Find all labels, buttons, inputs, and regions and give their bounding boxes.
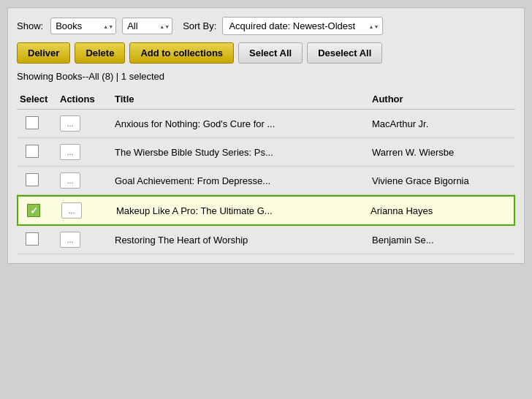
title-cell-1: The Wiersbe Bible Study Series: Ps... <box>112 145 369 159</box>
author-cell-3: Arianna Hayes <box>368 204 514 218</box>
author-cell-4: Benjamin Se... <box>369 233 515 247</box>
sort-label: Sort By: <box>183 20 216 31</box>
deselect-all-button[interactable]: Deselect All <box>307 42 382 64</box>
status-text: Showing Books--All (8) | 1 selected <box>17 71 164 82</box>
all-select[interactable]: All Unread Read <box>122 18 172 34</box>
table-header: Select Actions Title Author <box>17 89 515 110</box>
sort-select[interactable]: Acquired date: Newest-Oldest Acquired da… <box>222 17 383 35</box>
header-title: Title <box>112 92 369 106</box>
row-checkbox-4[interactable] <box>26 232 39 246</box>
title-cell-4: Restoring The Heart of Worship <box>112 233 369 247</box>
all-select-wrapper: All Unread Read <box>122 18 172 34</box>
main-container: Show: Books Periodicals Docs All Unread … <box>7 7 525 264</box>
table-body: ...Anxious for Nothing: God's Cure for .… <box>17 110 515 254</box>
author-cell-2: Viviene Grace Bigornia <box>369 174 515 188</box>
table-row: ...Goal Achievement: From Depresse...Viv… <box>17 167 515 195</box>
top-bar: Show: Books Periodicals Docs All Unread … <box>17 17 515 35</box>
sort-select-wrapper: Acquired date: Newest-Oldest Acquired da… <box>222 17 383 35</box>
delete-button[interactable]: Delete <box>75 42 125 64</box>
status-bar: Showing Books--All (8) | 1 selected <box>17 71 515 82</box>
title-cell-2: Goal Achievement: From Depresse... <box>112 174 369 188</box>
table-row: ...The Wiersbe Bible Study Series: Ps...… <box>17 138 515 167</box>
header-author: Author <box>369 92 515 106</box>
row-checkbox-3[interactable] <box>27 204 40 217</box>
row-checkbox-2[interactable] <box>26 173 39 186</box>
header-select: Select <box>17 92 57 106</box>
actions-button-3[interactable]: ... <box>61 202 82 218</box>
title-cell-0: Anxious for Nothing: God's Cure for ... <box>112 117 369 131</box>
header-actions: Actions <box>57 92 112 106</box>
select-all-button[interactable]: Select All <box>238 42 303 64</box>
action-bar: Deliver Delete Add to collections Select… <box>17 42 515 64</box>
show-label: Show: <box>17 20 43 31</box>
row-checkbox-0[interactable] <box>26 116 39 129</box>
actions-button-2[interactable]: ... <box>60 172 80 189</box>
deliver-button[interactable]: Deliver <box>17 42 70 64</box>
title-cell-3: Makeup Like A Pro: The Ultimate G... <box>113 204 368 218</box>
table-row: ...Makeup Like A Pro: The Ultimate G...A… <box>17 195 515 226</box>
actions-button-4[interactable]: ... <box>60 232 80 248</box>
books-select[interactable]: Books Periodicals Docs <box>50 18 116 34</box>
actions-button-0[interactable]: ... <box>60 115 80 132</box>
books-select-wrapper: Books Periodicals Docs <box>50 18 116 34</box>
author-cell-0: MacArthur Jr. <box>369 117 515 131</box>
table-row: ...Restoring The Heart of WorshipBenjami… <box>17 226 515 254</box>
row-checkbox-1[interactable] <box>26 145 39 158</box>
add-to-collections-button[interactable]: Add to collections <box>129 42 234 64</box>
actions-button-1[interactable]: ... <box>60 144 80 160</box>
author-cell-1: Warren W. Wiersbe <box>369 145 515 159</box>
table-row: ...Anxious for Nothing: God's Cure for .… <box>17 110 515 138</box>
